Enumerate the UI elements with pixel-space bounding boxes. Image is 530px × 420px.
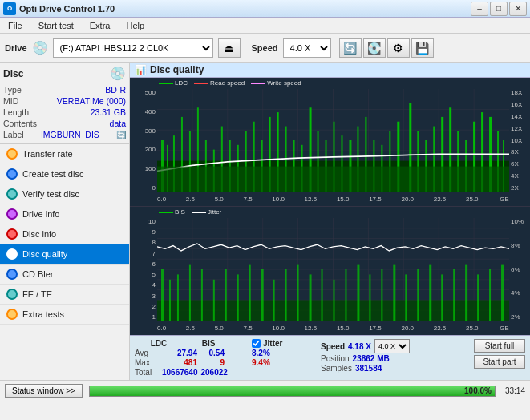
sidebar-item-drive-info[interactable]: Drive info (0, 204, 129, 224)
svg-rect-94 (334, 280, 335, 321)
svg-rect-108 (501, 265, 504, 321)
yr1-18x: 18X (511, 89, 522, 96)
y2-3: 3 (152, 293, 156, 300)
svg-rect-59 (157, 167, 509, 192)
sidebar-item-transfer-rate[interactable]: Transfer rate (0, 144, 129, 164)
yr2-4pct: 4% (511, 289, 520, 297)
sidebar-item-fe-te[interactable]: FE / TE (0, 285, 129, 305)
x1-125: 12.5 (305, 196, 318, 203)
yr1-10x: 10X (511, 137, 522, 144)
yr2-10pct: 10% (511, 218, 524, 225)
x2-250: 25.0 (466, 325, 479, 332)
disc-button[interactable]: 💽 (363, 38, 386, 58)
ldc-chart (157, 89, 509, 192)
drive-select[interactable]: (F:) ATAPI iHBS112 2 CL0K (53, 38, 213, 58)
x2-200: 20.0 (401, 325, 414, 332)
nav-label-cd-bler: CD Bler (22, 269, 54, 279)
disc-section-icon: 💿 (110, 66, 126, 81)
samples-value: 381584 (355, 364, 382, 373)
content-area: 📊 Disc quality 500 400 300 200 100 0 18X (130, 63, 530, 380)
refresh-button[interactable]: 🔄 (339, 38, 362, 58)
save-button[interactable]: 💾 (411, 38, 434, 58)
app-icon: O (3, 2, 16, 15)
eject-button[interactable]: ⏏ (218, 38, 241, 58)
x2-150: 15.0 (337, 325, 350, 332)
chart-header-title: Disc quality (150, 64, 204, 75)
close-button[interactable]: ✕ (509, 2, 527, 16)
sidebar-item-verify-test-disc[interactable]: Verify test disc (0, 184, 129, 204)
mid-value: VERBATIMe (000) (57, 96, 126, 106)
minimize-button[interactable]: – (471, 2, 488, 16)
menu-file[interactable]: File (3, 20, 27, 31)
yr1-2x: 2X (511, 184, 519, 192)
drive-icon: 💿 (32, 40, 48, 55)
max-ldc-value: 481 (162, 358, 197, 367)
bis-chart (157, 218, 509, 321)
nav-label-drive-info: Drive info (22, 209, 59, 219)
label-value: IMGBURN_DIS (41, 130, 99, 139)
contents-label: Contents (3, 119, 37, 128)
status-window-button[interactable]: Status window >> (5, 384, 83, 398)
x1-225: 22.5 (434, 196, 447, 203)
sidebar-item-disc-quality[interactable]: Disc quality (0, 244, 129, 265)
progress-bar-container: 100.0% (89, 386, 496, 397)
sidebar-item-cd-bler[interactable]: CD Bler (0, 265, 129, 285)
jitter-header: Jitter (263, 339, 282, 348)
svg-rect-91 (297, 265, 299, 321)
start-part-button[interactable]: Start part (474, 355, 525, 369)
x1-100: 10.0 (272, 196, 285, 203)
mid-label: MID (3, 96, 18, 106)
nav-dot-drive-info (6, 208, 18, 220)
nav-label-fe-te: FE / TE (22, 289, 52, 299)
nav-dot-disc-quality (6, 248, 18, 260)
menu-extra[interactable]: Extra (85, 20, 115, 31)
sidebar-item-create-test-disc[interactable]: Create test disc (0, 164, 129, 184)
bis-header: BIS (192, 339, 225, 348)
menu-help[interactable]: Help (121, 20, 149, 31)
svg-rect-101 (417, 269, 419, 321)
jitter-checkbox[interactable] (252, 339, 261, 348)
nav-items: Transfer rate Create test disc Verify te… (0, 144, 129, 380)
length-label: Length (3, 107, 29, 117)
yr1-8x: 8X (511, 148, 519, 155)
svg-rect-107 (489, 269, 491, 321)
svg-rect-81 (177, 274, 179, 321)
yr1-6x: 6X (511, 160, 519, 168)
legend-read-speed: Read speed (194, 79, 245, 87)
start-full-button[interactable]: Start full (474, 339, 525, 353)
svg-rect-82 (189, 265, 191, 321)
progress-bar-fill (90, 386, 495, 396)
maximize-button[interactable]: □ (490, 2, 508, 16)
x2-225: 22.5 (434, 325, 447, 332)
svg-rect-93 (322, 269, 323, 321)
y2-7: 7 (152, 250, 156, 257)
svg-rect-106 (477, 274, 479, 321)
speed-set-select[interactable]: 4.0 X (374, 339, 410, 353)
drive-label: Drive (5, 43, 27, 53)
nav-label-verify-test-disc: Verify test disc (22, 189, 79, 199)
settings-button[interactable]: ⚙ (387, 38, 410, 58)
type-label: Type (3, 85, 22, 95)
svg-rect-95 (345, 269, 346, 321)
x2-125: 12.5 (305, 325, 318, 332)
max-jitter-value: 9.4% (252, 358, 316, 367)
nav-dot-create-test-disc (6, 168, 18, 180)
x1-250: 25.0 (466, 196, 479, 203)
y1-400: 400 (145, 108, 156, 115)
speed-select[interactable]: 4.0 X (283, 38, 331, 58)
svg-rect-84 (213, 280, 215, 321)
statusbar: Status window >> 100.0% 33:14 (0, 380, 530, 401)
sidebar-item-extra-tests[interactable]: Extra tests (0, 305, 129, 325)
svg-rect-96 (357, 265, 359, 321)
legend-write-speed: Write speed (251, 79, 301, 87)
y1-100: 100 (145, 165, 156, 172)
y2-1: 1 (152, 313, 156, 321)
menu-start-test[interactable]: Start test (34, 20, 79, 31)
x1-175: 17.5 (369, 196, 382, 203)
nav-dot-transfer-rate (6, 148, 18, 160)
x1-50: 5.0 (215, 196, 224, 203)
svg-rect-98 (381, 269, 382, 321)
sidebar-item-disc-info[interactable]: Disc info (0, 224, 129, 244)
label-key: Label (3, 130, 24, 139)
disc-section-title: Disc (3, 68, 23, 79)
